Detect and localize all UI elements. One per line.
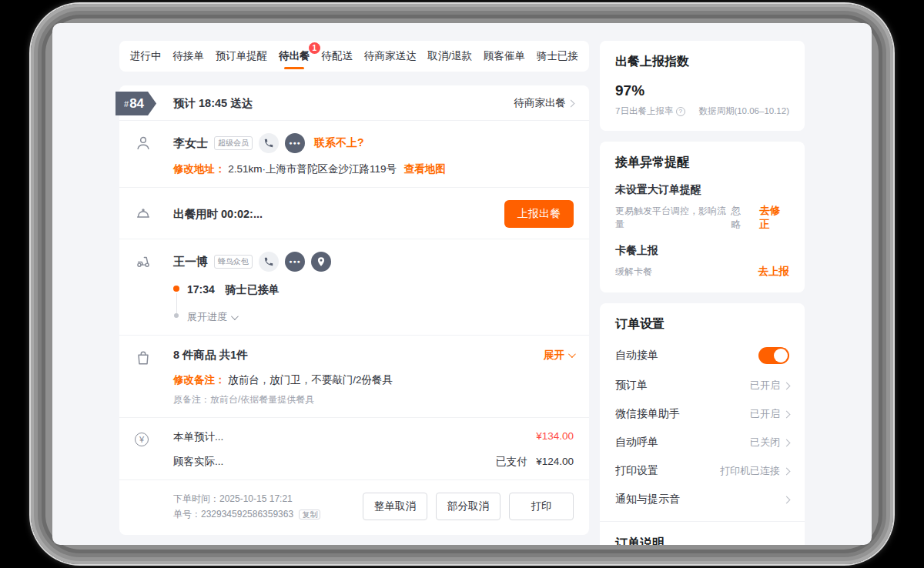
- tab-label: 待出餐: [279, 50, 310, 62]
- setting-label: 打印设置: [615, 464, 658, 478]
- app-screen: 进行中 待接单 预订单提醒 待出餐 1 待配送 待商家送达 取消/退款 顾客催单…: [52, 23, 872, 545]
- order-id: 单号：232934592586359363: [173, 509, 293, 520]
- report-meal-out-button[interactable]: 上报出餐: [504, 200, 574, 228]
- order-number-badge: # 84: [116, 92, 156, 115]
- alert-item-big-order: 未设置大订单提醒 更易触发平台调控，影响流量 忽略 去修正: [615, 183, 789, 232]
- rider-name: 王一博: [173, 255, 208, 269]
- setting-auto-call[interactable]: 自动呼单 已关闭: [615, 436, 789, 449]
- edit-address-link[interactable]: 修改地址：: [173, 163, 226, 175]
- tab-customer-urge[interactable]: 顾客催单: [484, 42, 525, 71]
- fix-link[interactable]: 去修正: [759, 204, 789, 232]
- setting-preorder[interactable]: 预订单 已开启: [615, 379, 789, 393]
- report-index-value: 97%: [615, 82, 789, 99]
- setting-label: 微信接单助手: [615, 407, 680, 421]
- order-info-title: 订单说明: [615, 536, 789, 545]
- copy-order-id-button[interactable]: 复制: [299, 510, 320, 520]
- rider-company-tag: 蜂鸟众包: [214, 255, 253, 269]
- order-tab-bar: 进行中 待接单 预订单提醒 待出餐 1 待配送 待商家送达 取消/退款 顾客催单…: [119, 41, 589, 72]
- chevron-right-icon: [783, 467, 791, 475]
- estimated-income-value: ¥134.00: [536, 430, 574, 444]
- cancel-whole-order-button[interactable]: 整单取消: [363, 493, 427, 520]
- tab-pending-accept[interactable]: 待接单: [172, 42, 204, 71]
- price-icon-col: ¥: [135, 430, 173, 469]
- tab-cancel-refund[interactable]: 取消/退款: [427, 42, 472, 71]
- setting-label: 自动接单: [615, 349, 658, 363]
- call-customer-button[interactable]: [259, 133, 279, 153]
- meal-report-index-card: 出餐上报指数 97% 7日出餐上报率 ? 数据周期(10.06–10.12): [600, 41, 805, 131]
- tab-merchant-delivered[interactable]: 待商家送达: [364, 42, 417, 71]
- timeline-dot-inactive: [174, 313, 179, 318]
- rider-timeline: 17:34 骑士已接单 展开进度: [173, 282, 574, 324]
- alert-item-stuck-meal: 卡餐上报 缓解卡餐 去上报: [615, 244, 789, 279]
- chevron-right-icon: [783, 439, 791, 446]
- setting-print[interactable]: 打印设置 打印机已连接: [615, 464, 789, 478]
- chevron-right-icon: [783, 382, 791, 389]
- stage: 进行中 待接单 预订单提醒 待出餐 1 待配送 待商家送达 取消/退款 顾客催单…: [0, 0, 924, 568]
- data-period: 数据周期(10.06–10.12): [698, 105, 789, 117]
- message-customer-button[interactable]: ●●●: [285, 133, 305, 153]
- tab-preorder-reminder[interactable]: 预订单提醒: [216, 42, 268, 71]
- order-footer: 下单时间：2025-10-15 17:21 单号：232934592586359…: [119, 479, 589, 535]
- accept-alerts-card: 接单异常提醒 未设置大订单提醒 更易触发平台调控，影响流量 忽略 去修正 卡餐上…: [600, 142, 805, 292]
- tab-rider-accepted[interactable]: 骑士已接: [537, 42, 578, 71]
- order-note: 放前台，放门卫，不要敲门/2份餐具: [228, 374, 393, 386]
- report-link[interactable]: 去上报: [758, 265, 790, 279]
- meal-time-section: 出餐用时 00:02:... 上报出餐: [119, 187, 589, 239]
- setting-auto-accept: 自动接单: [615, 347, 789, 364]
- tablet-bezel: 进行中 待接单 预订单提醒 待出餐 1 待配送 待商家送达 取消/退款 顾客催单…: [31, 4, 893, 564]
- report-rate-label: 7日出餐上报率: [615, 106, 673, 115]
- alert-desc: 更易触发平台调控，影响流量: [615, 205, 731, 231]
- side-panel: 出餐上报指数 97% 7日出餐上报率 ? 数据周期(10.06–10.12) 接…: [600, 41, 805, 545]
- items-icon-col: [135, 348, 173, 406]
- phone-icon: [263, 138, 274, 149]
- items-section: 8 件商品 共1件 展开 修改备注： 放前台，放门卫，不要敲门/2份餐具 原: [119, 335, 589, 417]
- chevron-down-icon: [231, 312, 239, 320]
- order-header: # 84 预计 18:45 送达 待商家出餐: [119, 86, 589, 121]
- setting-wechat-assistant[interactable]: 微信接单助手 已开启: [615, 407, 789, 421]
- rider-location-button[interactable]: [311, 252, 331, 272]
- cannot-contact-link[interactable]: 联系不上?: [314, 136, 364, 150]
- alert-title: 卡餐上报: [615, 244, 789, 258]
- timeline-time: 17:34: [187, 283, 215, 296]
- auto-accept-toggle[interactable]: [758, 347, 789, 364]
- original-note: 原备注：放前台/依据餐量提供餐具: [173, 393, 574, 406]
- tab-pending-delivery[interactable]: 待配送: [322, 42, 353, 71]
- setting-label: 自动呼单: [615, 436, 658, 449]
- message-rider-button[interactable]: ●●●: [285, 252, 305, 272]
- setting-label: 通知与提示音: [615, 493, 680, 506]
- estimated-income-label: 本单预计...: [173, 430, 223, 444]
- chat-dots-icon: ●●●: [289, 140, 301, 145]
- chevron-right-icon: [783, 410, 791, 418]
- divider: [600, 521, 805, 522]
- print-button[interactable]: 打印: [509, 493, 574, 520]
- tab-count-badge: 1: [309, 42, 320, 54]
- setting-label: 预订单: [615, 379, 648, 393]
- phone-icon: [263, 256, 274, 267]
- rider-section: 王一博 蜂鸟众包 ●●●: [119, 239, 589, 335]
- order-card: # 84 预计 18:45 送达 待商家出餐: [119, 85, 589, 535]
- expand-progress-link[interactable]: 展开进度: [187, 310, 236, 324]
- tab-in-progress[interactable]: 进行中: [130, 42, 162, 71]
- person-icon: [135, 135, 152, 152]
- meal-icon-col: [135, 203, 173, 225]
- map-pin-icon: [316, 256, 326, 267]
- help-icon[interactable]: ?: [676, 107, 685, 116]
- timeline-dot-active: [173, 286, 179, 292]
- alert-title: 未设置大订单提醒: [615, 183, 789, 197]
- tab-pending-meal-out[interactable]: 待出餐 1: [279, 42, 310, 71]
- order-eta: 预计 18:45 送达: [173, 96, 253, 111]
- expand-items-link[interactable]: 展开: [544, 349, 574, 363]
- ignore-link[interactable]: 忽略: [731, 204, 750, 232]
- setting-notifications[interactable]: 通知与提示音: [615, 493, 789, 506]
- chevron-down-icon: [568, 350, 576, 358]
- view-map-link[interactable]: 查看地图: [404, 163, 446, 175]
- order-status-link[interactable]: 待商家出餐: [514, 96, 574, 110]
- timeline-status: 骑士已接单: [226, 283, 280, 296]
- alert-desc: 缓解卡餐: [615, 266, 652, 279]
- bag-icon: [135, 349, 152, 366]
- cancel-partial-button[interactable]: 部分取消: [436, 493, 500, 520]
- chat-dots-icon: ●●●: [289, 259, 301, 264]
- order-status-label: 待商家出餐: [514, 96, 567, 110]
- call-rider-button[interactable]: [259, 252, 279, 272]
- edit-note-link[interactable]: 修改备注：: [173, 374, 226, 386]
